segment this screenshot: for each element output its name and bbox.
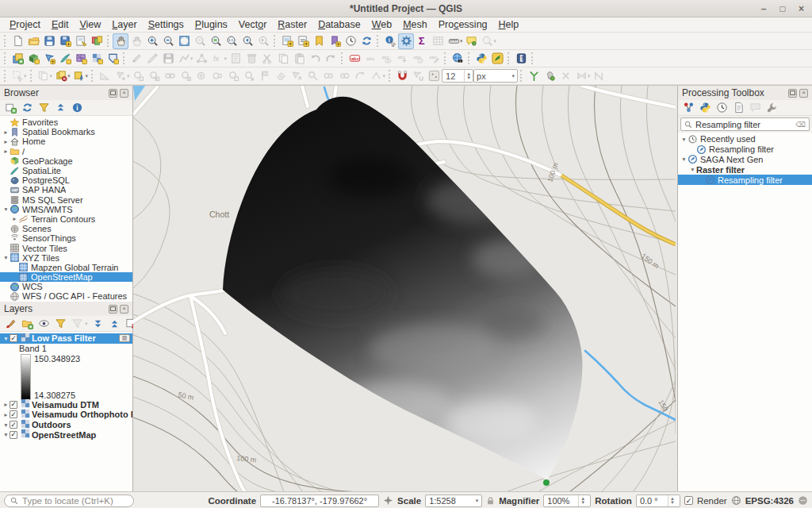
vertex-tool-dropdown-arrow[interactable]: ▾ xyxy=(224,56,228,62)
menu-help[interactable]: Help xyxy=(493,18,525,31)
merge-attributes-icon[interactable] xyxy=(337,68,353,84)
digitize-line-dropdown-arrow[interactable]: ▾ xyxy=(190,56,193,62)
filter-by-expression-icon[interactable] xyxy=(70,317,84,331)
filter-by-expression-dropdown-arrow[interactable]: ▾ xyxy=(85,321,88,327)
browser-item-wcs[interactable]: WCS xyxy=(0,282,132,291)
undo-icon[interactable] xyxy=(307,51,323,67)
layout-manager-icon[interactable] xyxy=(73,33,89,49)
menu-project[interactable]: Project xyxy=(4,18,46,31)
change-label-icon[interactable]: abc xyxy=(426,51,442,67)
new-spatialite-layer-icon[interactable] xyxy=(57,51,73,67)
expand-arrow-icon[interactable]: ▸ xyxy=(2,411,10,418)
split-features-icon[interactable] xyxy=(289,68,305,84)
search-features-icon[interactable] xyxy=(480,33,496,49)
enable-snapping-icon[interactable] xyxy=(394,68,410,84)
browser-item-favorites[interactable]: Favorites xyxy=(0,117,132,127)
attribute-table-icon[interactable] xyxy=(430,33,446,49)
browser-collapse-all-icon[interactable] xyxy=(53,101,67,115)
zoom-out-icon[interactable] xyxy=(160,33,176,49)
browser-item-openstreetmap[interactable]: OpenStreetMap xyxy=(0,272,132,282)
rotation-spin[interactable]: 0.0 °▲▼ xyxy=(636,495,680,507)
layer-visibility-checkbox[interactable]: ✓ xyxy=(10,421,17,429)
search-features-dropdown-arrow[interactable]: ▾ xyxy=(494,38,497,44)
rotate-feature-icon[interactable] xyxy=(163,68,178,84)
self-snapping-icon[interactable] xyxy=(573,68,589,84)
browser-filter-icon[interactable] xyxy=(36,101,51,115)
expand-arrow-icon[interactable]: ▸ xyxy=(2,129,10,136)
paste-features-icon[interactable] xyxy=(291,51,307,67)
label-history-icon[interactable]: abc xyxy=(410,51,426,67)
add-label-icon[interactable]: abc xyxy=(394,51,410,67)
messages-icon[interactable] xyxy=(798,495,808,506)
trim-extend-icon[interactable] xyxy=(369,68,385,84)
rotate-point-symbols-icon[interactable] xyxy=(353,68,369,84)
layers-float-icon[interactable] xyxy=(109,305,117,314)
layer-item-openstreetmap[interactable]: ▾✓OpenStreetMap xyxy=(0,429,132,440)
expand-all-icon[interactable] xyxy=(91,317,105,331)
coordinate-field[interactable]: -16.78137°, -179.97662° xyxy=(260,495,379,507)
menu-plugins[interactable]: Plugins xyxy=(190,18,233,31)
expand-arrow-icon[interactable]: ▸ xyxy=(11,215,18,222)
toolbar-handle[interactable] xyxy=(468,52,471,64)
menu-raster[interactable]: Raster xyxy=(272,18,312,31)
processing-item-raster-filter[interactable]: ▾Raster filter xyxy=(678,164,812,175)
toolbar-handle[interactable] xyxy=(444,52,447,64)
processing-item-resampling-filter[interactable]: Resampling filter xyxy=(678,144,812,155)
lock-icon[interactable] xyxy=(486,496,495,506)
open-layer-styling-icon[interactable] xyxy=(3,317,17,331)
filter-legend-icon[interactable] xyxy=(53,317,67,331)
saga-provider-icon[interactable] xyxy=(489,51,505,67)
snap-tolerance-spin[interactable]: 12▲▼ xyxy=(442,69,473,83)
new-raster-layer-icon[interactable] xyxy=(89,51,105,67)
browser-item-home[interactable]: ▸Home xyxy=(0,137,132,146)
open-project-icon[interactable] xyxy=(25,33,41,49)
cut-features-icon[interactable] xyxy=(259,51,275,67)
add-feature-icon[interactable] xyxy=(194,51,210,67)
browser-item-wfs-ogc-api-features[interactable]: WFS / OGC API - Features xyxy=(0,291,132,301)
expand-arrow-icon[interactable]: ▸ xyxy=(2,401,10,408)
expand-arrow-icon[interactable]: ▾ xyxy=(2,431,10,438)
select-features-dropdown-arrow[interactable]: ▾ xyxy=(24,73,27,79)
browser-refresh-icon[interactable] xyxy=(20,101,34,115)
minimize-button[interactable]: – xyxy=(761,5,767,13)
browser-properties-icon[interactable]: i xyxy=(70,101,84,115)
new-3d-map-view-icon[interactable]: 3D xyxy=(295,33,311,49)
render-checkbox[interactable]: ✓ xyxy=(684,496,693,505)
close-button[interactable]: × xyxy=(799,5,804,13)
style-manager-icon[interactable] xyxy=(89,33,105,49)
browser-item-vector-tiles[interactable]: Vector Tiles xyxy=(0,243,132,252)
expand-arrow-icon[interactable]: ▾ xyxy=(2,335,10,342)
map-canvas[interactable]: 100 m 150 m 50 m 100 m 150 Chott xyxy=(133,86,677,491)
expand-arrow-icon[interactable]: ▾ xyxy=(680,156,688,163)
metasearch-icon[interactable] xyxy=(450,51,465,67)
new-map-view-icon[interactable] xyxy=(279,33,295,49)
expand-arrow-icon[interactable]: ▾ xyxy=(2,206,10,213)
layer-visibility-checkbox[interactable]: ✓ xyxy=(10,431,17,439)
browser-item-terrain-contours[interactable]: ▸Terrain Contours xyxy=(0,214,132,224)
processing-options-icon[interactable] xyxy=(764,101,779,115)
browser-item--[interactable]: ▸/ xyxy=(0,147,132,156)
new-geopackage-layer-icon[interactable] xyxy=(25,51,41,67)
layer-visibility-checkbox[interactable]: ✓ xyxy=(10,401,17,409)
zoom-in-icon[interactable] xyxy=(144,33,160,49)
expand-arrow-icon[interactable]: ▾ xyxy=(680,136,688,143)
trim-extend-dropdown-arrow[interactable]: ▾ xyxy=(383,73,386,79)
browser-item-postgresql[interactable]: PostgreSQL xyxy=(0,175,132,185)
toolbar-handle[interactable] xyxy=(389,70,392,82)
advanced-digitizing-icon[interactable] xyxy=(97,68,113,84)
delete-selected-icon[interactable] xyxy=(243,51,259,67)
browser-item-ms-sql-server[interactable]: MS SQL Server xyxy=(0,195,132,205)
self-snapping-dropdown-arrow[interactable]: ▾ xyxy=(588,73,591,79)
avoid-overlap-icon[interactable] xyxy=(557,68,573,84)
deselect-features-icon[interactable] xyxy=(53,68,69,84)
digitize-line-icon[interactable] xyxy=(176,51,192,67)
expand-arrow-icon[interactable]: ▾ xyxy=(689,166,696,173)
toggle-editing-icon[interactable] xyxy=(128,51,144,67)
menu-web[interactable]: Web xyxy=(366,18,397,31)
extents-toggle-icon[interactable] xyxy=(383,495,393,506)
save-layer-edits-icon[interactable] xyxy=(160,51,176,67)
processing-item-resampling-filter[interactable]: Resampling filter xyxy=(678,175,812,185)
measure-icon[interactable] xyxy=(446,33,462,49)
redo-icon[interactable] xyxy=(323,51,339,67)
vertex-tool-icon[interactable]: fx xyxy=(210,51,226,67)
